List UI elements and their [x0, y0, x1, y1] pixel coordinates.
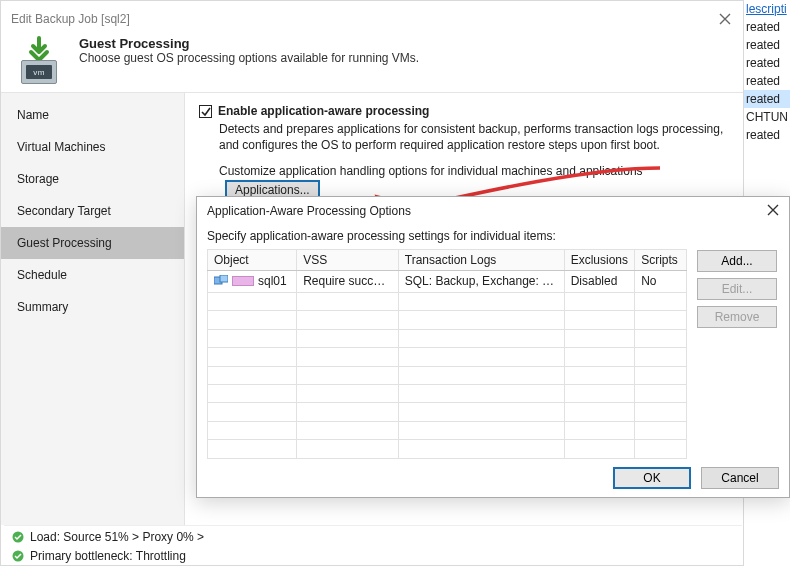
- edit-button[interactable]: Edit...: [697, 278, 777, 300]
- guest-processing-icon: vm: [15, 38, 65, 88]
- cell-transaction-logs: SQL: Backup, Exchange: Tru...: [398, 271, 564, 293]
- close-icon[interactable]: [717, 11, 733, 27]
- app-aware-description: Detects and prepares applications for co…: [219, 121, 729, 153]
- list-item: reated: [744, 54, 790, 72]
- dialog-title: Application-Aware Processing Options: [207, 204, 411, 218]
- sidebar-item-label: Name: [17, 108, 49, 122]
- background-list-fragment: lescripti reated reated reated reated re…: [744, 0, 790, 200]
- vm-icon: [214, 275, 228, 287]
- list-item: reated: [744, 36, 790, 54]
- cell-scripts: No: [635, 271, 687, 293]
- sidebar-item-virtual-machines[interactable]: Virtual Machines: [1, 131, 184, 163]
- table-row: [208, 292, 687, 310]
- vm-badge: vm: [26, 65, 52, 79]
- status-bottleneck: Primary bottleneck: Throttling: [30, 549, 186, 563]
- sidebar-item-label: Schedule: [17, 268, 67, 282]
- app-aware-options-dialog: Application-Aware Processing Options Spe…: [196, 196, 790, 498]
- sidebar-item-label: Storage: [17, 172, 59, 186]
- page-title: Guest Processing: [79, 36, 419, 51]
- status-load: Load: Source 51% > Proxy 0% >: [30, 530, 204, 544]
- page-header: vm Guest Processing Choose guest OS proc…: [1, 31, 743, 93]
- page-subtitle: Choose guest OS processing options avail…: [79, 51, 419, 65]
- table-row: [208, 348, 687, 366]
- svg-rect-3: [220, 275, 228, 282]
- table-row: [208, 403, 687, 421]
- table-row: [208, 421, 687, 439]
- cell-vss: Require success: [297, 271, 399, 293]
- ok-button[interactable]: OK: [613, 467, 691, 489]
- sidebar-item-guest-processing[interactable]: Guest Processing: [1, 227, 184, 259]
- table-row: [208, 384, 687, 402]
- enable-app-aware-checkbox[interactable]: [199, 105, 212, 118]
- list-item: reated: [744, 18, 790, 36]
- list-item: CHTUN: [744, 108, 790, 126]
- wizard-sidebar: Name Virtual Machines Storage Secondary …: [1, 93, 185, 525]
- sidebar-item-storage[interactable]: Storage: [1, 163, 184, 195]
- table-row: [208, 329, 687, 347]
- sidebar-item-name[interactable]: Name: [1, 99, 184, 131]
- sidebar-item-secondary-target[interactable]: Secondary Target: [1, 195, 184, 227]
- enable-app-aware-label: Enable application-aware processing: [218, 104, 429, 118]
- table-row: [208, 311, 687, 329]
- customize-text: Customize application handling options f…: [219, 163, 643, 179]
- add-button[interactable]: Add...: [697, 250, 777, 272]
- success-icon: [12, 531, 24, 543]
- window-title: Edit Backup Job [sql2]: [11, 12, 130, 26]
- table-row: [208, 440, 687, 459]
- dialog-subtext: Specify application-aware processing set…: [207, 229, 779, 243]
- cancel-button[interactable]: Cancel: [701, 467, 779, 489]
- redacted-block: [232, 276, 254, 286]
- cell-exclusions: Disabled: [564, 271, 635, 293]
- sidebar-item-label: Guest Processing: [17, 236, 112, 250]
- sidebar-item-label: Virtual Machines: [17, 140, 106, 154]
- object-name: sql01: [258, 274, 287, 288]
- table-row[interactable]: sql01 Require success SQL: Backup, Excha…: [208, 271, 687, 293]
- sidebar-item-summary[interactable]: Summary: [1, 291, 184, 323]
- list-item: reated: [744, 72, 790, 90]
- close-icon[interactable]: [767, 204, 781, 218]
- window-titlebar: Edit Backup Job [sql2]: [1, 1, 743, 31]
- status-bar: Load: Source 51% > Proxy 0% > Primary bo…: [4, 525, 742, 565]
- column-transaction-logs[interactable]: Transaction Logs: [398, 250, 564, 271]
- table-row: [208, 366, 687, 384]
- column-exclusions[interactable]: Exclusions: [564, 250, 635, 271]
- sidebar-item-label: Summary: [17, 300, 68, 314]
- success-icon: [12, 550, 24, 562]
- column-object[interactable]: Object: [208, 250, 297, 271]
- items-table[interactable]: Object VSS Transaction Logs Exclusions S…: [207, 249, 687, 459]
- list-item: reated: [744, 90, 790, 108]
- remove-button[interactable]: Remove: [697, 306, 777, 328]
- column-scripts[interactable]: Scripts: [635, 250, 687, 271]
- sidebar-item-label: Secondary Target: [17, 204, 111, 218]
- column-vss[interactable]: VSS: [297, 250, 399, 271]
- background-column-header: lescripti: [744, 0, 790, 18]
- list-item: reated: [744, 126, 790, 144]
- sidebar-item-schedule[interactable]: Schedule: [1, 259, 184, 291]
